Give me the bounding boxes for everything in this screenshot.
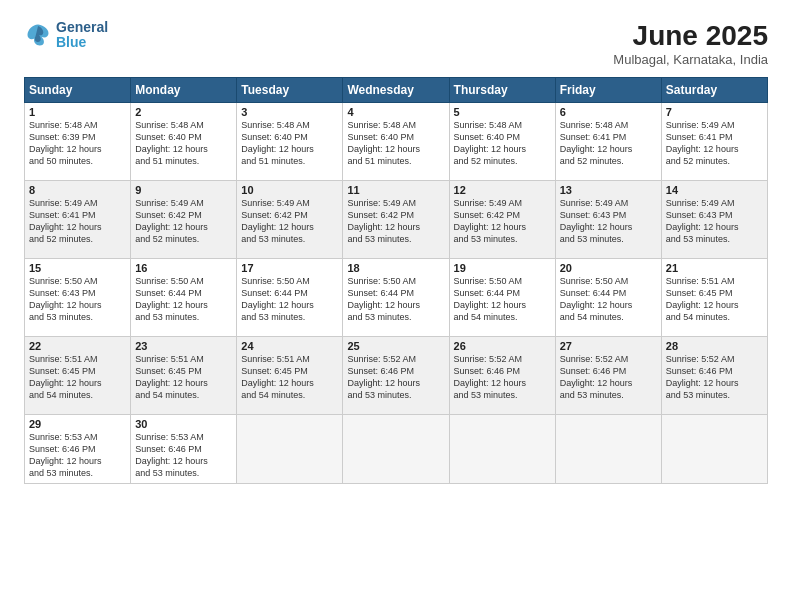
day-number: 27 xyxy=(560,340,657,352)
cell-info: Sunrise: 5:50 AMSunset: 6:44 PMDaylight:… xyxy=(454,275,551,324)
cell-info: Sunrise: 5:51 AMSunset: 6:45 PMDaylight:… xyxy=(666,275,763,324)
title-block: June 2025 Mulbagal, Karnataka, India xyxy=(613,20,768,67)
table-row: 30Sunrise: 5:53 AMSunset: 6:46 PMDayligh… xyxy=(131,415,237,484)
table-row: 18Sunrise: 5:50 AMSunset: 6:44 PMDayligh… xyxy=(343,259,449,337)
table-row: 5Sunrise: 5:48 AMSunset: 6:40 PMDaylight… xyxy=(449,103,555,181)
cell-info: Sunrise: 5:48 AMSunset: 6:40 PMDaylight:… xyxy=(347,119,444,168)
col-monday: Monday xyxy=(131,78,237,103)
cell-info: Sunrise: 5:48 AMSunset: 6:41 PMDaylight:… xyxy=(560,119,657,168)
day-number: 25 xyxy=(347,340,444,352)
logo-text: General Blue xyxy=(56,20,108,51)
table-row: 21Sunrise: 5:51 AMSunset: 6:45 PMDayligh… xyxy=(661,259,767,337)
day-number: 11 xyxy=(347,184,444,196)
calendar-row: 1Sunrise: 5:48 AMSunset: 6:39 PMDaylight… xyxy=(25,103,768,181)
cell-info: Sunrise: 5:53 AMSunset: 6:46 PMDaylight:… xyxy=(29,431,126,480)
page: General Blue June 2025 Mulbagal, Karnata… xyxy=(0,0,792,612)
cell-info: Sunrise: 5:51 AMSunset: 6:45 PMDaylight:… xyxy=(241,353,338,402)
cell-info: Sunrise: 5:52 AMSunset: 6:46 PMDaylight:… xyxy=(347,353,444,402)
table-row: 17Sunrise: 5:50 AMSunset: 6:44 PMDayligh… xyxy=(237,259,343,337)
day-number: 4 xyxy=(347,106,444,118)
cell-info: Sunrise: 5:49 AMSunset: 6:42 PMDaylight:… xyxy=(347,197,444,246)
table-row: 22Sunrise: 5:51 AMSunset: 6:45 PMDayligh… xyxy=(25,337,131,415)
table-row: 6Sunrise: 5:48 AMSunset: 6:41 PMDaylight… xyxy=(555,103,661,181)
location: Mulbagal, Karnataka, India xyxy=(613,52,768,67)
cell-info: Sunrise: 5:50 AMSunset: 6:44 PMDaylight:… xyxy=(135,275,232,324)
table-row: 7Sunrise: 5:49 AMSunset: 6:41 PMDaylight… xyxy=(661,103,767,181)
cell-info: Sunrise: 5:48 AMSunset: 6:40 PMDaylight:… xyxy=(241,119,338,168)
cell-info: Sunrise: 5:49 AMSunset: 6:42 PMDaylight:… xyxy=(241,197,338,246)
col-tuesday: Tuesday xyxy=(237,78,343,103)
table-row: 20Sunrise: 5:50 AMSunset: 6:44 PMDayligh… xyxy=(555,259,661,337)
col-wednesday: Wednesday xyxy=(343,78,449,103)
day-number: 22 xyxy=(29,340,126,352)
header: General Blue June 2025 Mulbagal, Karnata… xyxy=(24,20,768,67)
logo-icon xyxy=(24,21,52,49)
day-number: 9 xyxy=(135,184,232,196)
calendar-row: 15Sunrise: 5:50 AMSunset: 6:43 PMDayligh… xyxy=(25,259,768,337)
day-number: 15 xyxy=(29,262,126,274)
table-row: 19Sunrise: 5:50 AMSunset: 6:44 PMDayligh… xyxy=(449,259,555,337)
cell-info: Sunrise: 5:50 AMSunset: 6:43 PMDaylight:… xyxy=(29,275,126,324)
day-number: 16 xyxy=(135,262,232,274)
day-number: 30 xyxy=(135,418,232,430)
calendar-row: 29Sunrise: 5:53 AMSunset: 6:46 PMDayligh… xyxy=(25,415,768,484)
table-row: 27Sunrise: 5:52 AMSunset: 6:46 PMDayligh… xyxy=(555,337,661,415)
cell-info: Sunrise: 5:48 AMSunset: 6:40 PMDaylight:… xyxy=(454,119,551,168)
logo: General Blue xyxy=(24,20,108,51)
cell-info: Sunrise: 5:49 AMSunset: 6:41 PMDaylight:… xyxy=(666,119,763,168)
table-row: 10Sunrise: 5:49 AMSunset: 6:42 PMDayligh… xyxy=(237,181,343,259)
day-number: 21 xyxy=(666,262,763,274)
table-row: 9Sunrise: 5:49 AMSunset: 6:42 PMDaylight… xyxy=(131,181,237,259)
table-row: 14Sunrise: 5:49 AMSunset: 6:43 PMDayligh… xyxy=(661,181,767,259)
day-number: 24 xyxy=(241,340,338,352)
day-number: 29 xyxy=(29,418,126,430)
col-thursday: Thursday xyxy=(449,78,555,103)
calendar-body: 1Sunrise: 5:48 AMSunset: 6:39 PMDaylight… xyxy=(25,103,768,484)
table-row: 23Sunrise: 5:51 AMSunset: 6:45 PMDayligh… xyxy=(131,337,237,415)
calendar-row: 8Sunrise: 5:49 AMSunset: 6:41 PMDaylight… xyxy=(25,181,768,259)
table-row: 8Sunrise: 5:49 AMSunset: 6:41 PMDaylight… xyxy=(25,181,131,259)
cell-info: Sunrise: 5:48 AMSunset: 6:39 PMDaylight:… xyxy=(29,119,126,168)
table-row: 25Sunrise: 5:52 AMSunset: 6:46 PMDayligh… xyxy=(343,337,449,415)
table-row: 16Sunrise: 5:50 AMSunset: 6:44 PMDayligh… xyxy=(131,259,237,337)
table-row xyxy=(343,415,449,484)
col-friday: Friday xyxy=(555,78,661,103)
table-row: 12Sunrise: 5:49 AMSunset: 6:42 PMDayligh… xyxy=(449,181,555,259)
day-number: 6 xyxy=(560,106,657,118)
table-row xyxy=(449,415,555,484)
day-number: 12 xyxy=(454,184,551,196)
cell-info: Sunrise: 5:50 AMSunset: 6:44 PMDaylight:… xyxy=(347,275,444,324)
table-row: 1Sunrise: 5:48 AMSunset: 6:39 PMDaylight… xyxy=(25,103,131,181)
cell-info: Sunrise: 5:49 AMSunset: 6:43 PMDaylight:… xyxy=(560,197,657,246)
cell-info: Sunrise: 5:52 AMSunset: 6:46 PMDaylight:… xyxy=(666,353,763,402)
table-row: 15Sunrise: 5:50 AMSunset: 6:43 PMDayligh… xyxy=(25,259,131,337)
table-row: 24Sunrise: 5:51 AMSunset: 6:45 PMDayligh… xyxy=(237,337,343,415)
table-row: 2Sunrise: 5:48 AMSunset: 6:40 PMDaylight… xyxy=(131,103,237,181)
calendar-header: Sunday Monday Tuesday Wednesday Thursday… xyxy=(25,78,768,103)
cell-info: Sunrise: 5:50 AMSunset: 6:44 PMDaylight:… xyxy=(560,275,657,324)
day-number: 8 xyxy=(29,184,126,196)
table-row xyxy=(661,415,767,484)
day-number: 1 xyxy=(29,106,126,118)
table-row: 28Sunrise: 5:52 AMSunset: 6:46 PMDayligh… xyxy=(661,337,767,415)
cell-info: Sunrise: 5:53 AMSunset: 6:46 PMDaylight:… xyxy=(135,431,232,480)
calendar-row: 22Sunrise: 5:51 AMSunset: 6:45 PMDayligh… xyxy=(25,337,768,415)
header-row: Sunday Monday Tuesday Wednesday Thursday… xyxy=(25,78,768,103)
day-number: 19 xyxy=(454,262,551,274)
col-sunday: Sunday xyxy=(25,78,131,103)
cell-info: Sunrise: 5:49 AMSunset: 6:42 PMDaylight:… xyxy=(454,197,551,246)
table-row: 11Sunrise: 5:49 AMSunset: 6:42 PMDayligh… xyxy=(343,181,449,259)
table-row xyxy=(555,415,661,484)
day-number: 23 xyxy=(135,340,232,352)
day-number: 26 xyxy=(454,340,551,352)
day-number: 7 xyxy=(666,106,763,118)
month-title: June 2025 xyxy=(613,20,768,52)
table-row: 26Sunrise: 5:52 AMSunset: 6:46 PMDayligh… xyxy=(449,337,555,415)
day-number: 14 xyxy=(666,184,763,196)
table-row: 4Sunrise: 5:48 AMSunset: 6:40 PMDaylight… xyxy=(343,103,449,181)
table-row xyxy=(237,415,343,484)
col-saturday: Saturday xyxy=(661,78,767,103)
day-number: 10 xyxy=(241,184,338,196)
table-row: 13Sunrise: 5:49 AMSunset: 6:43 PMDayligh… xyxy=(555,181,661,259)
day-number: 3 xyxy=(241,106,338,118)
